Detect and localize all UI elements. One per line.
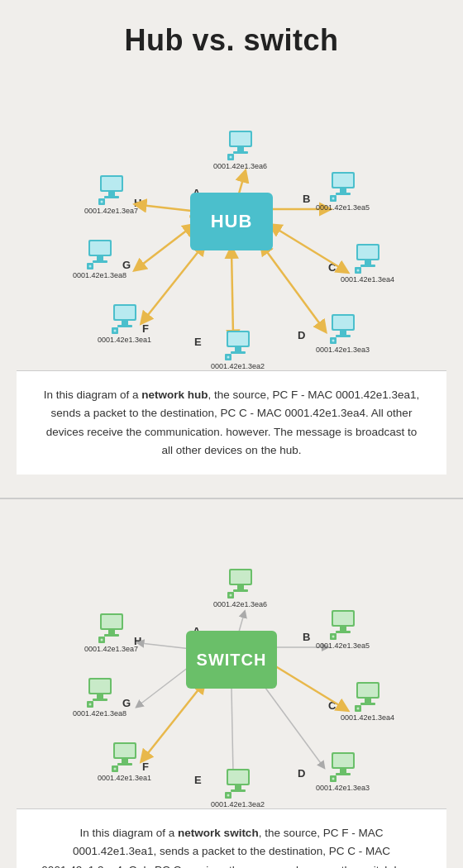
pc-icon — [223, 329, 253, 360]
svg-rect-18 — [336, 193, 351, 195]
svg-rect-77 — [340, 627, 346, 631]
hub-section: HUB 0001.42e1.3ea6 A — [0, 73, 463, 483]
svg-rect-23 — [365, 260, 371, 265]
svg-rect-19 — [333, 174, 353, 187]
svg-rect-79 — [333, 612, 353, 625]
svg-point-93 — [332, 778, 334, 780]
switch-node-A: 0001.42e1.3ea6 — [213, 567, 267, 608]
svg-rect-107 — [97, 694, 103, 699]
svg-line-7 — [145, 246, 203, 319]
svg-rect-115 — [102, 615, 122, 628]
section-divider — [0, 498, 463, 499]
svg-rect-84 — [360, 703, 375, 705]
hub-node-E-label: 0001.42e1.3ea2 — [211, 362, 265, 370]
svg-rect-71 — [237, 585, 244, 589]
switch-node-F: 0001.42e1.3ea1 — [98, 741, 151, 782]
hub-node-A: 0001.42e1.3ea6 — [213, 129, 267, 170]
svg-rect-37 — [228, 332, 248, 346]
switch-node-H-label: 0001.42e1.3ea7 — [84, 645, 138, 653]
hub-node-H-label: 0001.42e1.3ea7 — [84, 207, 138, 215]
svg-rect-78 — [336, 631, 351, 633]
hub-node-C: 0001.42e1.3ea4 — [341, 242, 394, 284]
hub-node-D: 0001.42e1.3ea3 — [316, 312, 370, 354]
svg-rect-25 — [358, 246, 378, 259]
svg-rect-91 — [333, 754, 353, 767]
switch-node-E: 0001.42e1.3ea2 — [211, 767, 265, 808]
switch-node-D: 0001.42e1.3ea3 — [316, 751, 370, 792]
svg-rect-55 — [102, 177, 122, 190]
svg-point-57 — [100, 201, 103, 203]
switch-section: SWITCH 0001.42e1.3ea6 A — [0, 511, 463, 868]
svg-point-21 — [332, 198, 334, 200]
hub-node-E: 0001.42e1.3ea2 — [211, 329, 265, 370]
svg-rect-30 — [336, 335, 351, 337]
switch-center-box: SWITCH — [186, 631, 277, 689]
svg-point-39 — [227, 356, 229, 359]
pc-icon — [328, 751, 358, 782]
pc-icon — [85, 238, 115, 269]
svg-rect-13 — [231, 132, 251, 145]
svg-rect-89 — [340, 769, 346, 773]
switch-node-G: 0001.42e1.3ea8 — [73, 676, 126, 718]
pc-icon — [328, 170, 358, 202]
pc-icon — [353, 680, 383, 712]
svg-rect-24 — [360, 265, 375, 267]
svg-point-105 — [113, 768, 116, 770]
svg-rect-95 — [235, 785, 241, 789]
svg-rect-96 — [231, 789, 246, 792]
hub-node-F: 0001.42e1.3ea1 — [98, 303, 151, 344]
svg-rect-109 — [90, 680, 110, 693]
hub-node-G-label: 0001.42e1.3ea8 — [73, 271, 126, 279]
switch-node-E-label: 0001.42e1.3ea2 — [211, 800, 265, 808]
svg-line-66 — [232, 689, 233, 774]
switch-node-C-label: 0001.42e1.3ea4 — [341, 713, 394, 722]
hub-node-A-label: 0001.42e1.3ea6 — [213, 162, 267, 170]
svg-rect-85 — [358, 684, 378, 697]
hub-node-B: 0001.42e1.3ea5 — [316, 170, 370, 212]
svg-rect-102 — [117, 763, 132, 765]
svg-rect-17 — [340, 188, 346, 193]
svg-rect-36 — [231, 351, 246, 354]
switch-node-F-label: 0001.42e1.3ea1 — [98, 774, 151, 782]
svg-rect-54 — [104, 196, 119, 198]
svg-line-67 — [145, 684, 203, 757]
switch-node-H: 0001.42e1.3ea7 — [84, 612, 138, 653]
pc-icon — [353, 242, 383, 274]
switch-diagram: SWITCH 0001.42e1.3ea6 A — [0, 511, 463, 808]
svg-rect-108 — [93, 699, 107, 701]
hub-node-H: 0001.42e1.3ea7 — [84, 174, 138, 215]
svg-rect-41 — [122, 321, 128, 325]
switch-node-B-label: 0001.42e1.3ea5 — [316, 641, 370, 650]
svg-rect-90 — [336, 773, 351, 775]
svg-point-111 — [88, 703, 91, 706]
svg-rect-49 — [90, 241, 110, 255]
hub-node-C-label: 0001.42e1.3ea4 — [341, 275, 394, 284]
svg-point-27 — [356, 269, 359, 272]
switch-node-B: 0001.42e1.3ea5 — [316, 608, 370, 650]
svg-point-75 — [229, 594, 232, 597]
svg-rect-103 — [115, 744, 135, 757]
pc-icon — [97, 612, 126, 643]
svg-point-87 — [356, 708, 359, 710]
svg-line-4 — [273, 227, 343, 269]
svg-point-15 — [229, 156, 232, 159]
switch-node-C: 0001.42e1.3ea4 — [341, 680, 394, 722]
svg-line-65 — [263, 684, 322, 765]
hub-node-D-label: 0001.42e1.3ea3 — [316, 346, 370, 354]
pc-icon — [110, 741, 140, 772]
switch-node-D-label: 0001.42e1.3ea3 — [316, 784, 370, 792]
svg-rect-114 — [104, 634, 119, 637]
pc-icon — [226, 129, 255, 160]
svg-point-45 — [113, 330, 116, 332]
svg-line-5 — [263, 246, 322, 327]
svg-rect-43 — [115, 306, 135, 319]
svg-rect-29 — [340, 331, 346, 335]
svg-rect-48 — [93, 260, 107, 263]
hub-description: In this diagram of a network hub, the so… — [17, 370, 446, 475]
hub-node-B-label: 0001.42e1.3ea5 — [316, 203, 370, 212]
svg-rect-101 — [122, 759, 128, 763]
svg-point-81 — [332, 636, 334, 638]
pc-icon — [226, 567, 255, 599]
hub-node-F-label: 0001.42e1.3ea1 — [98, 336, 151, 344]
switch-description: In this diagram of a network switch, the… — [17, 808, 446, 868]
